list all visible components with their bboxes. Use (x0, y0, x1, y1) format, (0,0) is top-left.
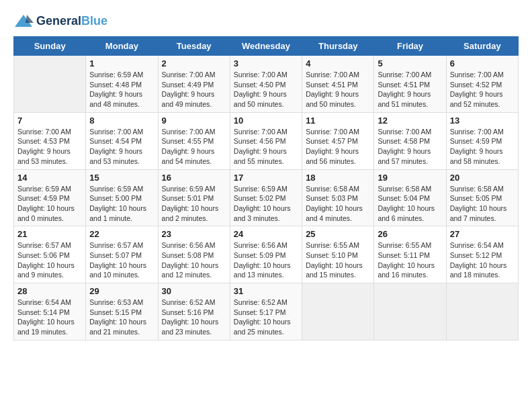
calendar-day-cell: 3Sunrise: 7:00 AM Sunset: 4:50 PM Daylig… (230, 56, 302, 113)
day-info: Sunrise: 6:59 AM Sunset: 5:00 PM Dayligh… (89, 184, 154, 224)
day-info: Sunrise: 6:54 AM Sunset: 5:12 PM Dayligh… (450, 240, 515, 280)
calendar-day-cell: 30Sunrise: 6:52 AM Sunset: 5:16 PM Dayli… (158, 283, 230, 340)
calendar-day-cell: 19Sunrise: 6:58 AM Sunset: 5:04 PM Dayli… (374, 169, 446, 226)
weekday-header-cell: Sunday (14, 37, 86, 56)
day-number: 11 (306, 116, 370, 126)
logo: GeneralBlue (13, 13, 107, 30)
calendar-day-cell: 23Sunrise: 6:56 AM Sunset: 5:08 PM Dayli… (158, 226, 230, 283)
day-info: Sunrise: 7:00 AM Sunset: 4:59 PM Dayligh… (450, 127, 515, 167)
calendar-body: 1Sunrise: 6:59 AM Sunset: 4:48 PM Daylig… (14, 56, 519, 340)
calendar-day-cell: 9Sunrise: 7:00 AM Sunset: 4:55 PM Daylig… (158, 112, 230, 169)
day-info: Sunrise: 7:00 AM Sunset: 4:58 PM Dayligh… (378, 127, 442, 167)
day-number: 24 (234, 229, 298, 239)
day-number: 10 (234, 116, 298, 126)
day-info: Sunrise: 6:57 AM Sunset: 5:07 PM Dayligh… (89, 240, 154, 280)
calendar-day-cell: 15Sunrise: 6:59 AM Sunset: 5:00 PM Dayli… (86, 169, 158, 226)
day-number: 6 (450, 58, 515, 68)
day-number: 9 (162, 116, 226, 126)
day-number: 25 (306, 229, 370, 239)
day-info: Sunrise: 6:54 AM Sunset: 5:14 PM Dayligh… (17, 298, 82, 337)
day-number: 21 (17, 229, 82, 239)
day-number: 29 (89, 286, 154, 296)
calendar-day-cell: 21Sunrise: 6:57 AM Sunset: 5:06 PM Dayli… (14, 226, 86, 283)
calendar-day-cell: 18Sunrise: 6:58 AM Sunset: 5:03 PM Dayli… (302, 169, 374, 226)
day-number: 3 (234, 58, 298, 68)
day-number: 18 (306, 173, 370, 183)
calendar-day-cell: 2Sunrise: 7:00 AM Sunset: 4:49 PM Daylig… (158, 56, 230, 113)
calendar-day-cell: 22Sunrise: 6:57 AM Sunset: 5:07 PM Dayli… (86, 226, 158, 283)
calendar-week-row: 7Sunrise: 7:00 AM Sunset: 4:53 PM Daylig… (14, 112, 519, 169)
day-info: Sunrise: 6:59 AM Sunset: 4:48 PM Dayligh… (89, 70, 154, 109)
day-info: Sunrise: 6:58 AM Sunset: 5:03 PM Dayligh… (306, 184, 370, 224)
calendar-day-cell (302, 283, 374, 340)
calendar-day-cell: 10Sunrise: 7:00 AM Sunset: 4:56 PM Dayli… (230, 112, 302, 169)
day-info: Sunrise: 6:53 AM Sunset: 5:15 PM Dayligh… (89, 298, 154, 337)
day-info: Sunrise: 7:00 AM Sunset: 4:50 PM Dayligh… (234, 70, 298, 109)
calendar-day-cell: 13Sunrise: 7:00 AM Sunset: 4:59 PM Dayli… (446, 112, 518, 169)
day-info: Sunrise: 6:56 AM Sunset: 5:09 PM Dayligh… (234, 240, 298, 280)
calendar-day-cell: 14Sunrise: 6:59 AM Sunset: 4:59 PM Dayli… (14, 169, 86, 226)
day-info: Sunrise: 7:00 AM Sunset: 4:53 PM Dayligh… (17, 127, 82, 167)
calendar-day-cell: 28Sunrise: 6:54 AM Sunset: 5:14 PM Dayli… (14, 283, 86, 340)
day-number: 2 (162, 58, 226, 68)
calendar-day-cell: 26Sunrise: 6:55 AM Sunset: 5:11 PM Dayli… (374, 226, 446, 283)
calendar-day-cell: 1Sunrise: 6:59 AM Sunset: 4:48 PM Daylig… (86, 56, 158, 113)
calendar-week-row: 28Sunrise: 6:54 AM Sunset: 5:14 PM Dayli… (14, 283, 519, 340)
day-info: Sunrise: 6:56 AM Sunset: 5:08 PM Dayligh… (162, 240, 226, 280)
logo-text: GeneralBlue (36, 15, 107, 28)
day-number: 1 (89, 58, 154, 68)
day-info: Sunrise: 6:58 AM Sunset: 5:04 PM Dayligh… (378, 184, 442, 224)
day-number: 5 (378, 58, 442, 68)
day-info: Sunrise: 6:59 AM Sunset: 5:01 PM Dayligh… (162, 184, 226, 224)
calendar-day-cell: 25Sunrise: 6:55 AM Sunset: 5:10 PM Dayli… (302, 226, 374, 283)
weekday-header-cell: Wednesday (230, 37, 302, 56)
calendar-day-cell: 6Sunrise: 7:00 AM Sunset: 4:52 PM Daylig… (446, 56, 518, 113)
day-info: Sunrise: 6:52 AM Sunset: 5:16 PM Dayligh… (162, 298, 226, 337)
calendar-day-cell (446, 283, 518, 340)
day-number: 20 (450, 173, 515, 183)
day-info: Sunrise: 7:00 AM Sunset: 4:57 PM Dayligh… (306, 127, 370, 167)
calendar-table: SundayMondayTuesdayWednesdayThursdayFrid… (13, 36, 519, 340)
calendar-day-cell: 12Sunrise: 7:00 AM Sunset: 4:58 PM Dayli… (374, 112, 446, 169)
weekday-header-cell: Thursday (302, 37, 374, 56)
calendar-day-cell: 20Sunrise: 6:58 AM Sunset: 5:05 PM Dayli… (446, 169, 518, 226)
day-info: Sunrise: 6:57 AM Sunset: 5:06 PM Dayligh… (17, 240, 82, 280)
calendar-day-cell: 8Sunrise: 7:00 AM Sunset: 4:54 PM Daylig… (86, 112, 158, 169)
day-number: 30 (162, 286, 226, 296)
day-info: Sunrise: 7:00 AM Sunset: 4:51 PM Dayligh… (378, 70, 442, 109)
day-info: Sunrise: 6:55 AM Sunset: 5:11 PM Dayligh… (378, 240, 442, 280)
day-number: 4 (306, 58, 370, 68)
day-number: 8 (89, 116, 154, 126)
day-number: 28 (17, 286, 82, 296)
weekday-header-cell: Friday (374, 37, 446, 56)
calendar-day-cell (374, 283, 446, 340)
calendar-day-cell (14, 56, 86, 113)
calendar-day-cell: 5Sunrise: 7:00 AM Sunset: 4:51 PM Daylig… (374, 56, 446, 113)
calendar-day-cell: 11Sunrise: 7:00 AM Sunset: 4:57 PM Dayli… (302, 112, 374, 169)
calendar-day-cell: 31Sunrise: 6:52 AM Sunset: 5:17 PM Dayli… (230, 283, 302, 340)
day-number: 13 (450, 116, 515, 126)
logo-icon (13, 13, 34, 30)
calendar-week-row: 21Sunrise: 6:57 AM Sunset: 5:06 PM Dayli… (14, 226, 519, 283)
day-number: 26 (378, 229, 442, 239)
day-number: 15 (89, 173, 154, 183)
calendar-day-cell: 7Sunrise: 7:00 AM Sunset: 4:53 PM Daylig… (14, 112, 86, 169)
weekday-header-cell: Tuesday (158, 37, 230, 56)
day-number: 12 (378, 116, 442, 126)
calendar-day-cell: 27Sunrise: 6:54 AM Sunset: 5:12 PM Dayli… (446, 226, 518, 283)
day-info: Sunrise: 7:00 AM Sunset: 4:49 PM Dayligh… (162, 70, 226, 109)
weekday-header-row: SundayMondayTuesdayWednesdayThursdayFrid… (14, 37, 519, 56)
day-number: 14 (17, 173, 82, 183)
page-header: GeneralBlue (13, 13, 519, 30)
day-number: 23 (162, 229, 226, 239)
day-info: Sunrise: 7:00 AM Sunset: 4:54 PM Dayligh… (89, 127, 154, 167)
calendar-day-cell: 17Sunrise: 6:59 AM Sunset: 5:02 PM Dayli… (230, 169, 302, 226)
day-number: 22 (89, 229, 154, 239)
calendar-day-cell: 4Sunrise: 7:00 AM Sunset: 4:51 PM Daylig… (302, 56, 374, 113)
day-number: 17 (234, 173, 298, 183)
day-info: Sunrise: 6:59 AM Sunset: 4:59 PM Dayligh… (17, 184, 82, 224)
calendar-day-cell: 16Sunrise: 6:59 AM Sunset: 5:01 PM Dayli… (158, 169, 230, 226)
day-number: 16 (162, 173, 226, 183)
day-number: 19 (378, 173, 442, 183)
calendar-day-cell: 24Sunrise: 6:56 AM Sunset: 5:09 PM Dayli… (230, 226, 302, 283)
